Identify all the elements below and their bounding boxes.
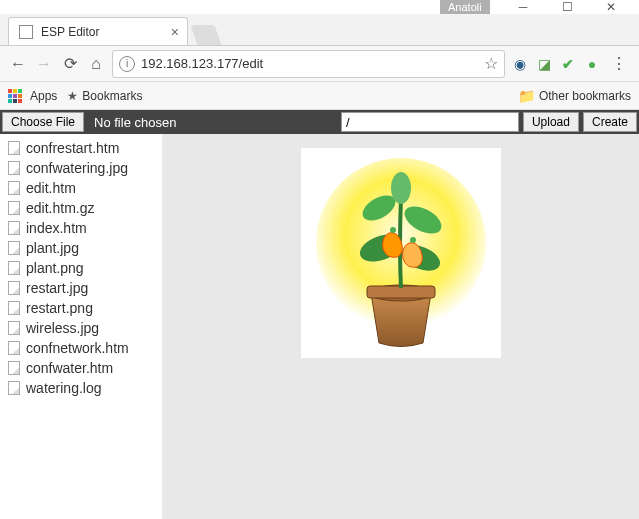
- url-text: 192.168.123.177/edit: [141, 56, 263, 71]
- close-tab-icon[interactable]: ×: [171, 24, 179, 40]
- tab-title: ESP Editor: [41, 25, 99, 39]
- file-name: confwater.htm: [26, 360, 113, 376]
- file-icon: [8, 161, 20, 175]
- file-item[interactable]: restart.png: [0, 298, 162, 318]
- file-name: confnetwork.htm: [26, 340, 129, 356]
- file-item[interactable]: watering.log: [0, 378, 162, 398]
- window-titlebar: Anatoli ─ ☐ ✕: [0, 0, 639, 14]
- path-input[interactable]: [341, 112, 519, 132]
- file-item[interactable]: restart.jpg: [0, 278, 162, 298]
- preview-pane: [162, 110, 639, 519]
- file-item[interactable]: confwatering.jpg: [0, 158, 162, 178]
- apps-grid-icon: [8, 89, 22, 103]
- file-item[interactable]: plant.jpg: [0, 238, 162, 258]
- site-info-icon[interactable]: i: [119, 56, 135, 72]
- file-item[interactable]: edit.htm: [0, 178, 162, 198]
- file-icon: [8, 241, 20, 255]
- editor-toolbar: Choose File No file chosen Upload Create: [0, 110, 639, 134]
- file-icon: [8, 221, 20, 235]
- file-tree: confrestart.htmconfwatering.jpgedit.htme…: [0, 110, 162, 519]
- bookmarks-label: Bookmarks: [82, 89, 142, 103]
- new-tab-button[interactable]: [190, 25, 221, 45]
- file-icon: [8, 321, 20, 335]
- back-button[interactable]: ←: [8, 54, 28, 74]
- reload-button[interactable]: ⟳: [60, 54, 80, 74]
- file-name: plant.png: [26, 260, 84, 276]
- create-button[interactable]: Create: [583, 112, 637, 132]
- extension-icon-4[interactable]: ●: [583, 55, 601, 73]
- browser-menu-button[interactable]: ⋮: [607, 54, 631, 73]
- file-icon: [8, 381, 20, 395]
- star-icon: ★: [67, 89, 78, 103]
- browser-toolbar: ← → ⟳ ⌂ i 192.168.123.177/edit ☆ ◉ ◪ ✔ ●…: [0, 46, 639, 82]
- file-icon: [8, 261, 20, 275]
- extension-icon-2[interactable]: ◪: [535, 55, 553, 73]
- tab-favicon-icon: [19, 25, 33, 39]
- file-item[interactable]: index.htm: [0, 218, 162, 238]
- other-bookmarks[interactable]: 📁 Other bookmarks: [518, 88, 631, 104]
- file-chosen-label: No file chosen: [86, 115, 184, 130]
- forward-button[interactable]: →: [34, 54, 54, 74]
- bookmarks-shortcut[interactable]: ★ Bookmarks: [67, 89, 142, 103]
- tab-strip: ESP Editor ×: [0, 14, 639, 46]
- choose-file-button[interactable]: Choose File: [2, 112, 84, 132]
- file-name: edit.htm: [26, 180, 76, 196]
- file-name: edit.htm.gz: [26, 200, 94, 216]
- minimize-button[interactable]: ─: [501, 0, 545, 14]
- extension-icon-3[interactable]: ✔: [559, 55, 577, 73]
- folder-icon: 📁: [518, 88, 535, 104]
- plant-image: [301, 148, 501, 358]
- file-icon: [8, 201, 20, 215]
- apps-shortcut[interactable]: Apps: [8, 89, 57, 103]
- file-name: confwatering.jpg: [26, 160, 128, 176]
- file-name: confrestart.htm: [26, 140, 119, 156]
- file-name: wireless.jpg: [26, 320, 99, 336]
- file-icon: [8, 141, 20, 155]
- file-item[interactable]: confwater.htm: [0, 358, 162, 378]
- file-icon: [8, 301, 20, 315]
- bookmark-star-icon[interactable]: ☆: [484, 54, 498, 73]
- svg-point-8: [390, 227, 396, 233]
- svg-point-7: [391, 172, 411, 204]
- file-name: watering.log: [26, 380, 102, 396]
- file-name: plant.jpg: [26, 240, 79, 256]
- file-name: index.htm: [26, 220, 87, 236]
- bookmarks-bar: Apps ★ Bookmarks 📁 Other bookmarks: [0, 82, 639, 110]
- page-content: confrestart.htmconfwatering.jpgedit.htme…: [0, 110, 639, 519]
- file-name: restart.png: [26, 300, 93, 316]
- file-name: restart.jpg: [26, 280, 88, 296]
- address-bar[interactable]: i 192.168.123.177/edit ☆: [112, 50, 505, 78]
- file-item[interactable]: edit.htm.gz: [0, 198, 162, 218]
- profile-badge[interactable]: Anatoli: [440, 0, 490, 14]
- svg-point-9: [410, 237, 416, 243]
- other-bookmarks-label: Other bookmarks: [539, 89, 631, 103]
- file-item[interactable]: plant.png: [0, 258, 162, 278]
- file-item[interactable]: confrestart.htm: [0, 138, 162, 158]
- browser-tab[interactable]: ESP Editor ×: [8, 17, 188, 45]
- apps-label: Apps: [30, 89, 57, 103]
- file-icon: [8, 361, 20, 375]
- upload-button[interactable]: Upload: [523, 112, 579, 132]
- close-window-button[interactable]: ✕: [589, 0, 633, 14]
- file-item[interactable]: wireless.jpg: [0, 318, 162, 338]
- extension-icon-1[interactable]: ◉: [511, 55, 529, 73]
- home-button[interactable]: ⌂: [86, 54, 106, 74]
- file-item[interactable]: confnetwork.htm: [0, 338, 162, 358]
- file-icon: [8, 181, 20, 195]
- maximize-button[interactable]: ☐: [545, 0, 589, 14]
- file-icon: [8, 281, 20, 295]
- file-icon: [8, 341, 20, 355]
